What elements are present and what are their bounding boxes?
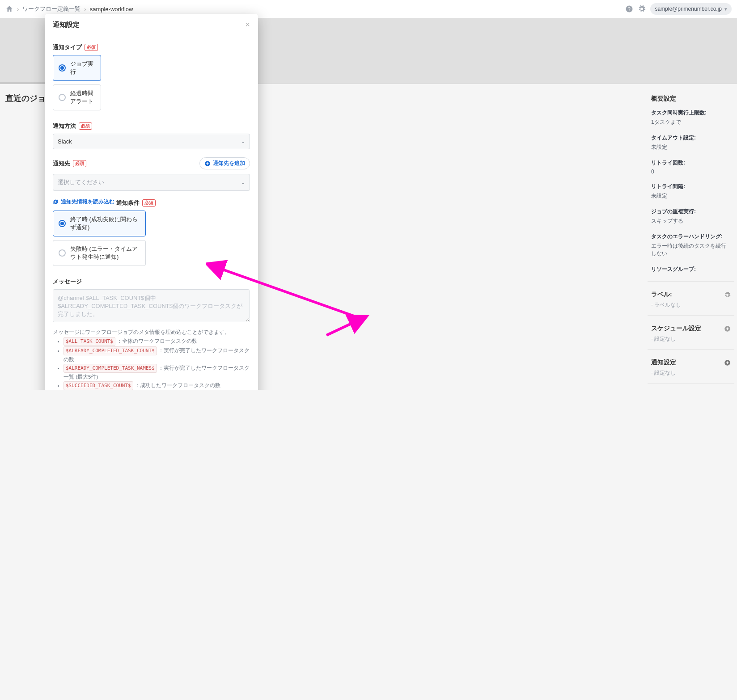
- side-row-label: リトライ回数:: [651, 159, 731, 167]
- modal-title: 通知設定: [53, 21, 80, 29]
- variable-code: $ALREADY_COMPLETED_TASK_NAMES$: [64, 364, 157, 373]
- chevron-down-icon: ⌄: [241, 180, 245, 186]
- method-select[interactable]: Slack ⌄: [53, 134, 250, 149]
- radio-elapsed-label: 経過時間アラート: [70, 89, 95, 105]
- top-right: ? sample@primenumber.co.jp ▾: [625, 3, 732, 15]
- radio-cond-fail-label: 失敗時 (エラー・タイムアウト発生時に通知): [70, 245, 140, 261]
- breadcrumb-current: sample-workflow: [90, 6, 133, 13]
- variable-desc: ：全体のワークフロータスクの数: [115, 338, 197, 344]
- notify-section-value: - 設定なし: [651, 369, 731, 377]
- label-section-title: ラベル:: [651, 291, 672, 299]
- side-row: リトライ回数:0: [651, 159, 731, 175]
- side-row-label: ジョブの重複実行:: [651, 208, 731, 215]
- method-label: 通知方法: [53, 122, 76, 130]
- help-intro: メッセージにワークフロージョブのメタ情報を埋め込むことができます。: [53, 328, 250, 336]
- side-row-label: タスク同時実行上限数:: [651, 109, 731, 117]
- radio-dot-icon: [59, 64, 66, 72]
- side-row: ジョブの重複実行:スキップする: [651, 208, 731, 225]
- gear-icon[interactable]: [724, 291, 731, 298]
- plus-icon[interactable]: [724, 359, 731, 366]
- radio-job-label: ジョブ実行: [70, 60, 95, 76]
- variable-item: $ALL_TASK_COUNT$ ：全体のワークフロータスクの数: [64, 337, 250, 346]
- radio-cond-fail[interactable]: 失敗時 (エラー・タイムアウト発生時に通知): [53, 240, 146, 266]
- side-row-label: リトライ間隔:: [651, 183, 731, 190]
- cond-label: 通知条件: [116, 199, 140, 207]
- side-row: リソースグループ:: [651, 266, 731, 273]
- user-menu[interactable]: sample@primenumber.co.jp ▾: [650, 3, 732, 15]
- chevron-down-icon: ⌄: [241, 139, 245, 144]
- dest-placeholder: 選択してください: [58, 178, 104, 186]
- variable-desc: ：成功したワークフロータスクの数: [133, 383, 220, 388]
- message-label: メッセージ: [53, 278, 82, 286]
- radio-cond-end-label: 終了時 (成功失敗に関わらず通知): [70, 215, 140, 232]
- side-row: タスクのエラーハンドリング:エラー時は後続のタスクを続行しない: [651, 233, 731, 257]
- side-row: タイムアウト設定:未設定: [651, 134, 731, 151]
- side-row-label: タイムアウト設定:: [651, 134, 731, 142]
- label-section-value: - ラベルなし: [651, 301, 731, 309]
- divider: [648, 281, 734, 282]
- close-icon[interactable]: ×: [245, 20, 250, 30]
- side-row-value: 0: [651, 169, 731, 175]
- plus-icon[interactable]: [724, 325, 731, 332]
- side-row: タスク同時実行上限数:1タスクまで: [651, 109, 731, 126]
- add-destination-label: 通知先を追加: [213, 160, 245, 167]
- variable-item: $SUCCEEDED_TASK_COUNT$ ：成功したワークフロータスクの数: [64, 381, 250, 390]
- side-row-value: 未設定: [651, 143, 731, 151]
- required-badge: 必須: [73, 160, 86, 167]
- dest-select[interactable]: 選択してください ⌄: [53, 174, 250, 191]
- side-row-value: スキップする: [651, 217, 731, 225]
- radio-elapsed-alert[interactable]: 経過時間アラート: [53, 84, 101, 110]
- add-destination-button[interactable]: 通知先を追加: [199, 157, 250, 169]
- notification-settings-modal: 通知設定 × 通知タイプ 必須 ジョブ実行 経過時間アラート 通知方法 必須 S…: [45, 14, 258, 390]
- schedule-section-value: - 設定なし: [651, 335, 731, 343]
- dest-label: 通知先: [53, 160, 70, 168]
- side-row-label: リソースグループ:: [651, 266, 731, 273]
- refresh-icon: [53, 199, 59, 205]
- gear-icon[interactable]: [638, 5, 646, 13]
- refresh-destinations-label: 通知先情報を読み込む: [61, 198, 114, 206]
- breadcrumb: › ワークフロー定義一覧 › sample-workflow: [5, 5, 133, 13]
- schedule-section-title: スケジュール設定: [651, 325, 701, 333]
- side-row-value: 未設定: [651, 192, 731, 200]
- refresh-destinations-link[interactable]: 通知先情報を読み込む: [53, 198, 114, 206]
- variable-code: $ALL_TASK_COUNT$: [64, 337, 115, 346]
- plus-circle-icon: [204, 160, 211, 167]
- method-value: Slack: [58, 138, 72, 145]
- user-email: sample@primenumber.co.jp: [655, 6, 722, 12]
- help-icon[interactable]: ?: [625, 5, 633, 13]
- side-row-value: エラー時は後続のタスクを続行しない: [651, 242, 731, 257]
- side-row-label: タスクのエラーハンドリング:: [651, 233, 731, 240]
- required-badge: 必須: [85, 44, 98, 51]
- radio-cond-end[interactable]: 終了時 (成功失敗に関わらず通知): [53, 211, 146, 236]
- home-icon[interactable]: [5, 5, 13, 13]
- side-panel: 概要設定 タスク同時実行上限数:1タスクまでタイムアウト設定:未設定リトライ回数…: [648, 84, 737, 390]
- breadcrumb-workflow-list[interactable]: ワークフロー定義一覧: [22, 5, 80, 13]
- side-row-value: 1タスクまで: [651, 118, 731, 126]
- radio-dot-icon: [59, 220, 66, 227]
- help-text: メッセージにワークフロージョブのメタ情報を埋め込むことができます。 $ALL_T…: [53, 328, 250, 390]
- divider: [648, 349, 734, 350]
- radio-job-exec[interactable]: ジョブ実行: [53, 55, 101, 81]
- overview-title: 概要設定: [651, 95, 731, 103]
- variable-code: $ALREADY_COMPLETED_TASK_COUNT$: [64, 346, 157, 355]
- chevron-right-icon: ›: [84, 6, 86, 13]
- side-row: リトライ間隔:未設定: [651, 183, 731, 200]
- svg-text:?: ?: [628, 6, 631, 12]
- notify-section-title: 通知設定: [651, 358, 676, 367]
- variable-item: $ALREADY_COMPLETED_TASK_COUNT$ ：実行が完了したワ…: [64, 346, 250, 363]
- chevron-down-icon: ▾: [724, 6, 727, 12]
- radio-dot-icon: [59, 249, 66, 257]
- message-textarea[interactable]: [53, 289, 250, 322]
- radio-dot-icon: [59, 94, 66, 101]
- required-badge: 必須: [142, 199, 156, 207]
- type-label: 通知タイプ: [53, 43, 82, 51]
- variable-code: $SUCCEEDED_TASK_COUNT$: [64, 381, 133, 390]
- divider: [648, 315, 734, 316]
- variable-item: $ALREADY_COMPLETED_TASK_NAMES$ ：実行が完了したワ…: [64, 364, 250, 381]
- required-badge: 必須: [79, 122, 92, 130]
- chevron-right-icon: ›: [17, 6, 19, 13]
- divider: [648, 383, 734, 384]
